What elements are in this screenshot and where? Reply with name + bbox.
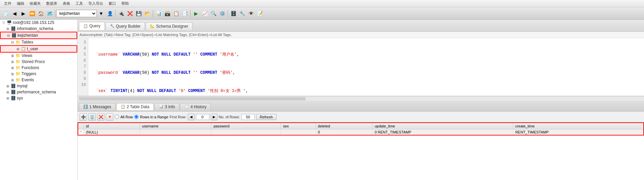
sidebar-label-t-user: t_user	[27, 47, 38, 51]
save-icon[interactable]: 💾	[135, 9, 143, 18]
all-rows-radio[interactable]	[115, 115, 119, 119]
dropdown-icon[interactable]: ▼	[97, 9, 105, 18]
db-icon[interactable]: 🗄️	[229, 9, 237, 18]
grid4-icon[interactable]: 📑	[181, 9, 189, 18]
cell-create-time[interactable]: RENT_TIMESTAMP	[513, 129, 644, 136]
delete-row-btn[interactable]: 🗑️	[88, 113, 96, 121]
cell-sex[interactable]	[281, 129, 316, 136]
tab-schema-designer[interactable]: 📐 Schema Designer	[146, 22, 193, 30]
menu-table[interactable]: 表格	[60, 1, 73, 6]
schema-icon[interactable]: 🔧	[238, 9, 246, 18]
play-icon[interactable]: ▶	[192, 9, 200, 18]
discard-btn[interactable]: ❌	[97, 113, 105, 121]
rows-count-input[interactable]	[241, 114, 255, 120]
filter-icon[interactable]: 🔍	[209, 9, 217, 18]
fast-forward-icon[interactable]: ⏩	[28, 9, 36, 18]
expand-kejizhentan: ⊟	[6, 33, 11, 38]
user-icon[interactable]: 👤	[106, 9, 114, 18]
col-sex[interactable]: sex	[281, 123, 316, 129]
home-icon[interactable]: 🏠	[37, 9, 45, 18]
sidebar-item-triggers[interactable]: ⊞ 📁 Triggers	[0, 71, 77, 77]
btab-messages[interactable]: ℹ️ 1 Messages	[79, 103, 116, 110]
views-folder-icon: 📁	[16, 53, 21, 58]
connect-icon[interactable]: 🔌	[117, 9, 125, 18]
cell-update-time[interactable]: 0 RENT_TIMESTAMP	[373, 129, 513, 136]
table-row[interactable]: * (NULL) 0 0 RENT_TIMESTAMP RENT_TIMESTA…	[78, 129, 644, 136]
grid2-icon[interactable]: 🗃️	[163, 9, 171, 18]
tables-folder-icon: 📁	[16, 40, 21, 44]
rows-in-range-radio[interactable]	[134, 115, 139, 119]
line-num-4: 4	[80, 46, 86, 52]
database-open-icon: 🗄️	[11, 33, 17, 38]
code-content[interactable]: `username` VARCHAR(50) NOT NULL DEFAULT …	[88, 38, 644, 96]
settings-icon[interactable]: ⚙️	[218, 9, 226, 18]
forward-icon[interactable]: ▶	[19, 9, 27, 18]
table-grid-icon[interactable]: 📊	[154, 9, 163, 18]
grid3-icon[interactable]: 📋	[172, 9, 180, 18]
row-marker-cell: *	[78, 129, 84, 136]
cell-password[interactable]	[211, 129, 281, 136]
disconnect-icon[interactable]: ❌	[126, 9, 134, 18]
cell-username[interactable]	[140, 129, 211, 136]
sidebar-item-views[interactable]: ⊞ 📁 Views	[0, 53, 77, 59]
hscroll-thumb[interactable]	[79, 97, 305, 100]
sidebar-item-t-user[interactable]: ⊞ 📋 t_user	[0, 45, 77, 53]
next-page-btn[interactable]: ▶	[211, 114, 217, 120]
sidebar-item-info-schema[interactable]: ⊞ 🗄️ information_schema	[0, 26, 77, 32]
load-icon[interactable]: 📂	[143, 9, 151, 18]
prev-page-btn[interactable]: ◀	[188, 114, 195, 120]
btab-info[interactable]: 📊 3 Info	[154, 103, 179, 110]
menu-help[interactable]: 帮助	[119, 1, 131, 6]
menu-file[interactable]: 文件	[1, 1, 14, 6]
rows-in-range-label: Rows in a Range	[140, 115, 168, 119]
sidebar-item-functions[interactable]: ⊞ 📁 Functions	[0, 65, 77, 71]
tab-query[interactable]: 📋 Query	[79, 22, 105, 30]
bottom-tabs-bar: ℹ️ 1 Messages 📋 2 Table Data 📊 3 Info 🕐 …	[78, 101, 644, 112]
sidebar-item-perf-schema[interactable]: ⊞ 🗄️ performance_schema	[0, 89, 77, 95]
view-icon[interactable]: 👁️	[247, 9, 255, 18]
refresh-button[interactable]: Refresh	[256, 114, 277, 120]
col-update-time[interactable]: update_time	[373, 123, 513, 129]
proc-icon[interactable]: 📝	[256, 9, 264, 18]
col-deleted[interactable]: deleted	[316, 123, 372, 129]
menu-importexport[interactable]: 导入导出	[86, 1, 106, 6]
menu-favorites[interactable]: 收藏夹	[27, 1, 43, 6]
separator-5	[228, 10, 228, 17]
triggers-icon: 📁	[16, 71, 21, 76]
map-icon[interactable]: 🗺️	[46, 9, 54, 18]
sidebar-item-stored-procs[interactable]: ⊞ 📁 Stored Procs	[0, 59, 77, 65]
first-row-input[interactable]	[196, 114, 209, 120]
btab-history-label: 4 History	[191, 104, 206, 109]
chart-icon[interactable]: 📈	[201, 9, 209, 18]
cell-deleted[interactable]: 0	[316, 129, 372, 136]
code-line-5: `sex` TINYINT(4) NOT NULL DEFAULT '0' CO…	[91, 88, 641, 94]
database-selector[interactable]: kejizhentan	[56, 10, 97, 17]
separator-2	[115, 10, 116, 17]
col-id[interactable]: id	[84, 123, 140, 129]
back-icon[interactable]: ◀	[10, 9, 19, 18]
separator-4	[190, 10, 191, 17]
sidebar-item-root[interactable]: ▽ 🖥️ root@192.168.153.125	[0, 20, 77, 26]
sidebar-item-mysql[interactable]: ⊞ 🗄️ mysql	[0, 83, 77, 89]
cell-id[interactable]: (NULL)	[84, 129, 140, 136]
menu-edit[interactable]: 编辑	[14, 1, 27, 6]
query-editor[interactable]: 3 4 5 6 7 8 9 10 `username` VARCHAR(50) …	[78, 38, 644, 96]
horizontal-scrollbar[interactable]	[78, 96, 644, 101]
btab-table-data[interactable]: 📋 2 Table Data	[116, 103, 154, 110]
filter-data-btn[interactable]: 🔻	[106, 113, 113, 121]
sidebar-item-tables[interactable]: ⊟ 📁 Tables	[0, 39, 77, 45]
new-icon[interactable]: 🗒️	[2, 9, 10, 18]
tab-query-builder[interactable]: 🔧 Query Builder	[106, 22, 145, 30]
col-password[interactable]: password	[211, 123, 281, 129]
sidebar-item-events[interactable]: ⊞ 📁 Events	[0, 77, 77, 83]
menu-database[interactable]: 数据库	[43, 1, 60, 6]
sidebar-item-kejizhentan[interactable]: ⊟ 🗄️ kejizhentan	[0, 32, 77, 39]
menu-window[interactable]: 窗口	[106, 1, 119, 6]
menu-tools[interactable]: 工具	[73, 1, 86, 6]
schema-designer-tab-label: Schema Designer	[156, 24, 188, 29]
col-username[interactable]: username	[140, 123, 211, 129]
col-create-time[interactable]: create_time	[513, 123, 644, 129]
btab-history[interactable]: 🕐 4 History	[180, 103, 211, 110]
sidebar-item-sys[interactable]: ⊞ 🗄️ sys	[0, 95, 77, 101]
add-row-btn[interactable]: ➕	[80, 113, 87, 121]
